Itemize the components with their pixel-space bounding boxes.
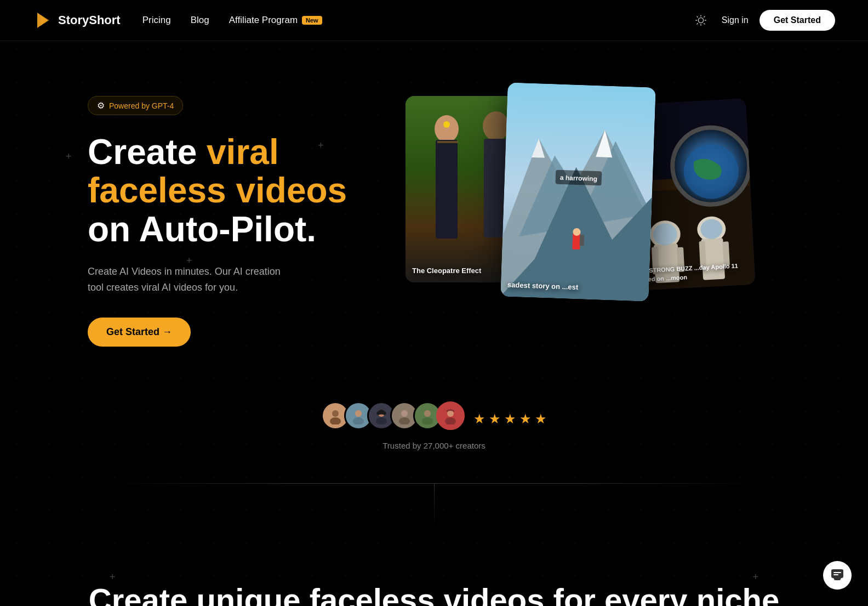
hero-subtitle: Create AI Videos in minutes. Our AI crea… [88, 264, 296, 296]
avatars-stars-row: ★ ★ ★ ★ ★ [321, 401, 547, 437]
avatar-6 [436, 401, 465, 430]
deco-cross-3: + [318, 140, 324, 151]
nav-link-blog[interactable]: Blog [191, 15, 209, 26]
hero-visuals: The Cleopatre Effect [384, 85, 813, 332]
logo[interactable]: StoryShort [33, 10, 121, 30]
avatars-row [321, 401, 465, 430]
nav-link-pricing[interactable]: Pricing [142, 15, 171, 26]
nav-link-affiliate[interactable]: Affiliate Program New [229, 15, 322, 26]
svg-point-42 [399, 417, 410, 424]
svg-point-38 [353, 417, 364, 424]
gpt-icon: ⚙ [97, 100, 105, 111]
svg-point-35 [332, 410, 339, 417]
navbar: StoryShort Pricing Blog Affiliate Progra… [0, 0, 868, 41]
svg-point-36 [330, 417, 341, 424]
deco-cross-4: + [110, 571, 116, 583]
second-section: + + + + Create unique faceless videos fo… [0, 528, 868, 606]
svg-point-41 [401, 410, 408, 417]
nav-links: Pricing Blog Affiliate Program New [142, 15, 322, 26]
hero-title-white2: on Auto-Pilot. [88, 209, 316, 249]
theme-toggle-button[interactable] [691, 10, 711, 30]
star-2: ★ [489, 411, 501, 427]
svg-rect-47 [831, 569, 843, 578]
svg-point-43 [424, 410, 431, 417]
star-5: ★ [535, 411, 547, 427]
svg-rect-48 [833, 572, 841, 573]
hero-section: + + + ⚙ Powered by GPT-4 Create viralfac… [0, 41, 868, 380]
star-1: ★ [473, 411, 486, 427]
deco-cross-1: + [66, 151, 72, 162]
second-section-title: Create unique faceless videos for every … [33, 582, 835, 606]
star-3: ★ [504, 411, 516, 427]
logo-text: StoryShort [58, 13, 121, 27]
svg-point-2 [698, 18, 703, 22]
video-card-mountain: a harrowing sadest story on ...est [500, 82, 655, 301]
stars-row: ★ ★ ★ ★ ★ [473, 411, 547, 427]
svg-point-44 [422, 417, 433, 424]
social-proof-section: ★ ★ ★ ★ ★ Trusted by 27,000+ creators [0, 380, 868, 483]
hero-cta-button[interactable]: Get Started → [88, 318, 191, 347]
get-started-nav-button[interactable]: Get Started [760, 10, 835, 31]
star-4: ★ [519, 411, 532, 427]
hero-content: ⚙ Powered by GPT-4 Create viralfaceless … [88, 85, 362, 347]
new-badge: New [302, 16, 322, 25]
svg-point-8 [443, 121, 450, 128]
trusted-text: Trusted by 27,000+ creators [382, 441, 485, 450]
affiliate-label: Affiliate Program [229, 15, 298, 26]
svg-point-40 [376, 417, 387, 424]
svg-rect-5 [436, 140, 458, 239]
svg-point-37 [355, 410, 362, 417]
svg-rect-18 [580, 235, 585, 246]
hero-title-white1: Create [88, 132, 207, 172]
chat-widget-button[interactable] [823, 561, 852, 590]
sign-in-button[interactable]: Sign in [722, 15, 749, 25]
svg-point-46 [445, 417, 456, 424]
card-mountain-subtitle: a harrowing [560, 174, 597, 183]
svg-marker-1 [41, 15, 49, 26]
svg-point-4 [435, 115, 459, 143]
svg-rect-9 [437, 141, 458, 143]
deco-cross-5: + [752, 571, 758, 583]
card-image-mountain: a harrowing sadest story on ...est [500, 82, 655, 301]
vertical-divider [434, 484, 435, 528]
powered-badge-text: Powered by GPT-4 [109, 101, 174, 110]
navbar-left: StoryShort Pricing Blog Affiliate Progra… [33, 10, 322, 30]
deco-cross-2: + [186, 255, 192, 267]
svg-rect-49 [833, 574, 838, 575]
navbar-right: Sign in Get Started [691, 10, 835, 31]
powered-badge: ⚙ Powered by GPT-4 [88, 96, 183, 115]
svg-point-6 [483, 111, 509, 141]
